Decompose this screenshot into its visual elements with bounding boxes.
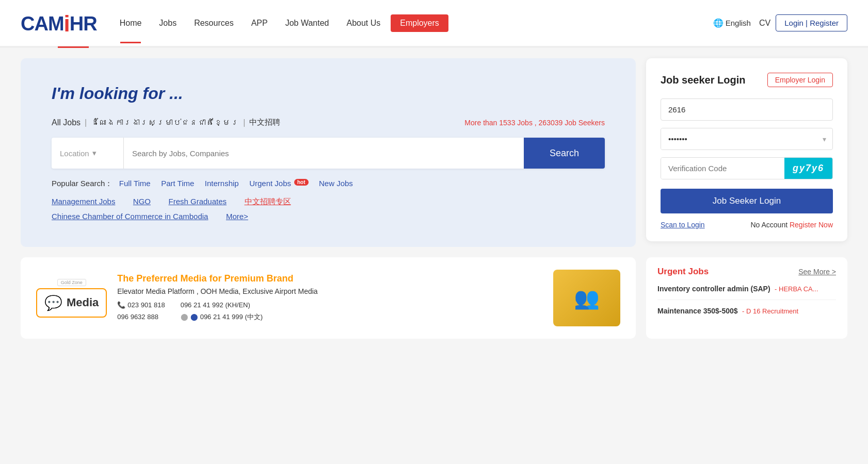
link-management-jobs[interactable]: Management Jobs [52,197,115,206]
separator-2: | [243,118,245,127]
link-chinese-chamber[interactable]: Chinese Chamber of Commerce in Cambodia [52,212,208,221]
nav-employers[interactable]: Employers [391,14,448,32]
nav-home[interactable]: Home [112,14,149,32]
tag-urgent-jobs[interactable]: Urgent Jobs hot [249,179,308,188]
login-title: Job seeker Login [661,74,746,86]
media-logo-box: 💬 Media [36,288,107,318]
gold-zone-badge: Gold Zone [57,279,86,286]
language-selector[interactable]: 🌐 English [713,18,751,28]
location-label: Location [60,149,89,158]
login-footer: Scan to Login No Account Register Now [661,221,833,229]
login-register-button[interactable]: Login | Register [776,14,847,31]
ad-title: The Preferred Media for Premium Brand [117,273,543,284]
employer-login-button[interactable]: Employer Login [767,73,833,87]
chinese-jobs-link[interactable]: 中文招聘 [249,118,280,127]
link-ngo[interactable]: NGO [133,197,151,206]
scan-to-login-link[interactable]: Scan to Login [661,221,705,229]
bottom-section: Gold Zone 💬 Media The Preferred Media fo… [0,257,868,349]
no-account-text: No Account Register Now [750,221,833,229]
phone-row-4: ⬤ ⬤ 096 21 41 999 (中文) [181,311,263,323]
ad-contact-col-2: 096 21 41 992 (KH/EN) ⬤ ⬤ 096 21 41 999 … [181,300,263,322]
dot-blue-icon: ⬤ [190,311,198,323]
ad-subtitle: Elevator Media Platform , OOH Media, Exc… [117,287,543,295]
more-links: Management Jobs NGO Fresh Graduates 中文招聘… [52,197,605,207]
link-fresh-graduates[interactable]: Fresh Graduates [168,197,227,206]
popular-search: Popular Search： Full Time Part Time Inte… [52,179,605,189]
chevron-down-icon: ▾ [92,148,97,158]
link-more[interactable]: More> [226,212,248,221]
urgent-job-item-1: Inventory controller admin (SAP) - HERBA… [657,284,836,300]
job-count: More than 1533 Jobs , 263039 Job Seekers [464,119,605,127]
hero-panel: I'm looking for ... All Jobs | ដំណែងការង… [21,58,636,247]
dot-gray-icon: ⬤ [181,311,188,323]
nav-job-wanted[interactable]: Job Wanted [278,14,336,32]
media-icon: 💬 [44,294,62,311]
search-input[interactable] [124,138,524,169]
phone-icon-1: 📞 [117,300,125,311]
see-more-link[interactable]: See More > [798,268,836,276]
main-nav: Home Jobs Resources APP Job Wanted About… [112,14,713,32]
ad-people-graphic: 👥 [574,286,600,310]
search-bar: Location ▾ Search [52,138,605,169]
tag-part-time[interactable]: Part Time [161,179,194,188]
media-logo-text: Media [67,296,99,309]
more-links-2: Chinese Chamber of Commerce in Cambodia … [52,212,605,221]
captcha-image[interactable]: gy7y6 [784,158,832,179]
urgent-job-title-2[interactable]: Maintenance 350$-500$ - D 16 Recruitment [657,306,836,316]
header: CAMiHR Home Jobs Resources APP Job Wante… [0,0,868,46]
ad-logo-area: Gold Zone 💬 Media [36,279,107,318]
nav-jobs[interactable]: Jobs [152,14,184,32]
popular-label: Popular Search： [52,179,112,188]
header-right: 🌐 English CV Login | Register [713,14,847,31]
password-input[interactable] [661,128,816,150]
urgent-jobs-header: Urgent Jobs See More > [657,267,836,277]
cv-link[interactable]: CV [759,19,770,28]
tag-urgent-link[interactable]: Urgent Jobs [249,179,291,188]
ad-contact-col-1: 📞 023 901 818 096 9632 888 [117,300,165,322]
login-card: Job seeker Login Employer Login ▾ gy7y6 … [646,58,847,241]
link-chinese-zone[interactable]: 中文招聘专区 [245,197,291,207]
username-input[interactable] [661,98,833,121]
urgent-job-title-1[interactable]: Inventory controller admin (SAP) - HERBA… [657,284,836,293]
khmer-jobs-link[interactable]: ដំណែងការងារសម្រាប់ជនជាតិខ្មែរ [91,118,239,127]
main-content: I'm looking for ... All Jobs | ដំណែងការង… [0,48,868,257]
login-panel: Job seeker Login Employer Login ▾ gy7y6 … [646,58,847,247]
phone-4: 096 21 41 999 (中文) [200,311,263,323]
nav-about-us[interactable]: About Us [339,14,388,32]
hero-title: I'm looking for ... [52,84,605,103]
tag-full-time[interactable]: Full Time [119,179,151,188]
tag-new-jobs[interactable]: New Jobs [319,179,353,188]
search-button[interactable]: Search [524,138,605,169]
language-label: English [726,19,751,27]
urgent-jobs-title: Urgent Jobs [657,267,709,277]
job-links: All Jobs | ដំណែងការងារសម្រាប់ជនជាតិខ្មែរ… [52,118,605,127]
ad-content: The Preferred Media for Premium Brand El… [117,273,543,322]
all-jobs-link[interactable]: All Jobs [52,118,81,127]
globe-icon: 🌐 [713,18,724,28]
password-toggle-icon[interactable]: ▾ [816,135,832,143]
captcha-input[interactable] [661,158,784,179]
urgent-jobs-panel: Urgent Jobs See More > Inventory control… [646,257,847,339]
logo[interactable]: CAMiHR [21,11,97,35]
phone-2: 096 9632 888 [117,311,165,323]
hot-badge: hot [294,179,309,186]
password-field-group: ▾ [661,128,833,150]
username-field-group [661,98,833,121]
phone-1: 023 901 818 [127,300,165,311]
location-dropdown[interactable]: Location ▾ [52,138,124,169]
urgent-job-item-2: Maintenance 350$-500$ - D 16 Recruitment [657,306,836,322]
logo-text: CAMiHR [21,11,97,35]
ad-banner: Gold Zone 💬 Media The Preferred Media fo… [21,257,636,339]
ad-image: 👥 [553,270,620,326]
captcha-field-group: gy7y6 [661,157,833,179]
ad-contacts: 📞 023 901 818 096 9632 888 096 21 41 992… [117,300,543,322]
job-seeker-login-button[interactable]: Job Seeker Login [661,189,833,213]
captcha-row: gy7y6 [661,157,833,179]
nav-resources[interactable]: Resources [187,14,240,32]
phone-3: 096 21 41 992 (KH/EN) [181,300,263,311]
phone-row-1: 📞 023 901 818 [117,300,165,311]
nav-app[interactable]: APP [244,14,275,32]
password-row: ▾ [661,128,833,150]
tag-internship[interactable]: Internship [205,179,239,188]
register-now-link[interactable]: Register Now [790,221,833,229]
